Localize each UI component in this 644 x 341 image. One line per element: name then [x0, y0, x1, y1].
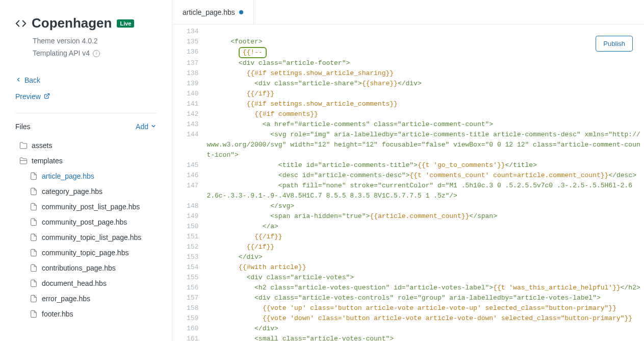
- file-icon: [30, 310, 38, 318]
- file-row[interactable]: community_topic_list_page.hbs: [15, 230, 157, 245]
- sidebar: Copenhagen Live Theme version 4.0.2 Temp…: [0, 0, 172, 341]
- tab-label: article_page.hbs: [183, 8, 235, 16]
- file-icon: [30, 279, 38, 287]
- theme-meta: Theme version 4.0.2 Templating API v4 i: [33, 35, 157, 60]
- svg-line-0: [46, 93, 49, 96]
- folder-open-icon: [19, 157, 28, 165]
- add-button[interactable]: Add: [136, 123, 157, 131]
- unsaved-dot-icon: [239, 10, 243, 14]
- file-row[interactable]: error_page.hbs: [15, 291, 157, 306]
- file-label: community_topic_page.hbs: [42, 249, 128, 257]
- publish-button[interactable]: Publish: [596, 36, 633, 52]
- code-icon: [15, 18, 27, 29]
- theme-header: Copenhagen Live: [15, 15, 157, 31]
- file-icon: [30, 295, 38, 303]
- file-icon: [30, 249, 38, 257]
- file-label: error_page.hbs: [42, 295, 90, 303]
- theme-version: Theme version 4.0.2: [33, 35, 157, 47]
- file-row[interactable]: contributions_page.hbs: [15, 260, 157, 276]
- chevron-down-icon: [150, 123, 157, 131]
- external-link-icon: [44, 92, 50, 101]
- add-label: Add: [136, 123, 148, 131]
- back-link[interactable]: Back: [15, 72, 157, 88]
- file-icon: [30, 187, 38, 196]
- file-label: category_page.hbs: [42, 187, 102, 196]
- tab-article-page[interactable]: article_page.hbs: [172, 0, 254, 24]
- file-label: community_topic_list_page.hbs: [42, 233, 141, 241]
- file-row[interactable]: document_head.hbs: [15, 276, 157, 291]
- file-label: contributions_page.hbs: [42, 264, 116, 272]
- file-row[interactable]: footer.hbs: [15, 306, 157, 322]
- folder-icon: [19, 141, 28, 150]
- file-row[interactable]: community_topic_page.hbs: [15, 245, 157, 260]
- code-editor[interactable]: 1341351361371381391401411421431441451461…: [172, 25, 644, 341]
- live-badge: Live: [117, 19, 134, 28]
- file-icon: [30, 203, 38, 211]
- chevron-left-icon: [15, 76, 21, 84]
- file-icon: [30, 264, 38, 272]
- file-label: footer.hbs: [42, 310, 73, 318]
- file-row[interactable]: community_post_page.hbs: [15, 214, 157, 230]
- file-row[interactable]: article_page.hbs: [15, 168, 157, 184]
- folder-label: templates: [32, 157, 63, 165]
- file-icon: [30, 172, 38, 180]
- folder-row-assets[interactable]: assets: [15, 138, 157, 153]
- folder-label: assets: [32, 141, 52, 150]
- preview-label: Preview: [15, 92, 41, 101]
- file-row[interactable]: community_post_list_page.hbs: [15, 199, 157, 214]
- file-tree: assets templates article_page.hbscategor…: [15, 138, 157, 322]
- folder-row-templates[interactable]: templates: [15, 153, 157, 168]
- preview-link[interactable]: Preview: [15, 88, 157, 105]
- code-area[interactable]: <footer> {{!-- <div class="article-foote…: [207, 27, 644, 341]
- file-label: community_post_list_page.hbs: [42, 203, 140, 211]
- file-icon: [30, 233, 38, 241]
- back-label: Back: [24, 76, 40, 84]
- tabs-row: article_page.hbs: [172, 0, 644, 25]
- main-panel: article_page.hbs Publish 134135136137138…: [172, 0, 644, 341]
- theme-title: Copenhagen: [32, 15, 112, 31]
- file-row[interactable]: category_page.hbs: [15, 184, 157, 199]
- theme-api: Templating API v4: [33, 47, 90, 60]
- file-label: article_page.hbs: [42, 172, 94, 180]
- file-icon: [30, 218, 38, 226]
- line-gutter: 1341351361371381391401411421431441451461…: [172, 27, 207, 341]
- files-heading: Files: [15, 123, 31, 131]
- file-label: community_post_page.hbs: [42, 218, 127, 226]
- info-icon[interactable]: i: [93, 50, 100, 57]
- file-label: document_head.hbs: [42, 279, 107, 287]
